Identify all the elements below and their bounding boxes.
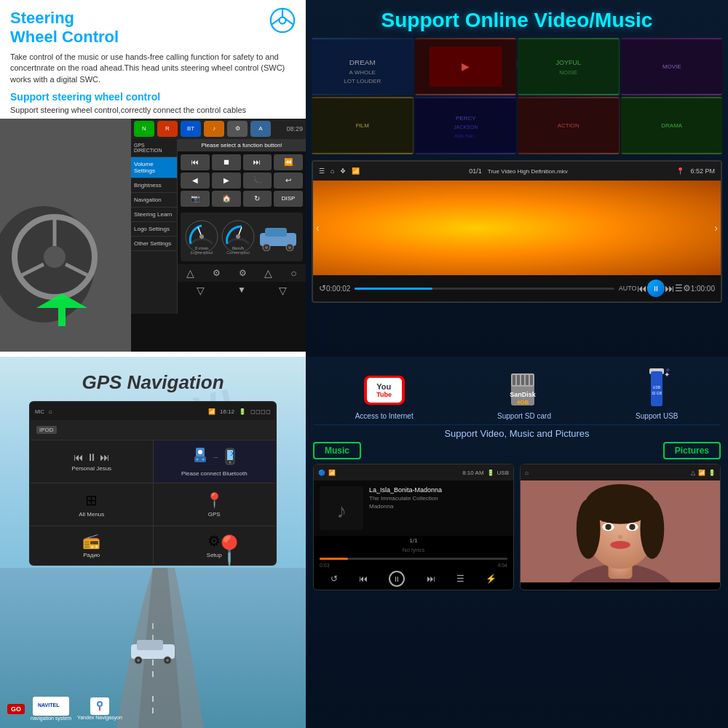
svg-point-1 <box>280 17 286 24</box>
steering-screen-ui: N R BT ♪ ⚙ A 08:29 GPS DIRECTION Volume … <box>131 119 306 352</box>
svg-point-70 <box>166 659 169 662</box>
menu-gps: GPS DIRECTION <box>131 139 177 157</box>
svg-point-75 <box>98 703 101 705</box>
pics-home-icon: ⌂ <box>525 470 529 476</box>
ctrl-refresh[interactable]: ↻ <box>243 191 272 207</box>
video-controls: ↺ 0:00:02 AUTO ⏮ ⏸ ⏭ ☰ ⚙ 1:00:00 <box>313 275 721 301</box>
music-signal: 📶 <box>328 470 336 476</box>
steering-wheel-section: Steering Wheel Control Take control of t… <box>0 0 306 357</box>
video-settings-icon[interactable]: ⚙ <box>683 283 691 293</box>
music-ctrl-list[interactable]: ☰ <box>456 574 464 584</box>
video-right-arrow[interactable]: › <box>714 222 718 234</box>
svg-rect-29 <box>312 39 414 94</box>
gps-cell-menus[interactable]: ⊞ All Menus <box>31 483 153 526</box>
menu-navigation[interactable]: Navigation <box>131 193 177 207</box>
youtube-logo: YouTube <box>364 376 405 405</box>
ctrl-stop[interactable]: ⏹ <box>212 154 241 170</box>
video-mode: AUTO <box>619 285 637 292</box>
video-next-icon[interactable]: ⏭ <box>665 282 675 294</box>
svg-point-103 <box>605 524 611 530</box>
music-ctrl-prev[interactable]: ⏮ <box>359 574 368 584</box>
music-ctrl-play[interactable]: ⏸ <box>389 571 405 587</box>
svg-text:FILM: FILM <box>356 122 369 129</box>
music-usb-icon: USB <box>497 470 509 476</box>
yandex-label: Yandex Navigasyon <box>77 715 122 720</box>
support-items-row: YouTube Access to Internet <box>313 364 721 424</box>
svg-rect-82 <box>526 375 529 385</box>
music-ctrl-next[interactable]: ⏭ <box>427 574 435 584</box>
music-battery: 🔋 <box>487 470 494 476</box>
menu-brightness[interactable]: Brightness <box>131 178 177 193</box>
ctrl-disp[interactable]: DISP <box>274 191 303 207</box>
music-progress-bar[interactable] <box>320 558 507 560</box>
music-total: 4:04 <box>497 563 507 568</box>
gps-cell-music[interactable]: ⏮ ⏸ ⏭ Personal Jesus <box>31 440 153 483</box>
ctrl-back[interactable]: ◀ <box>181 173 210 189</box>
video-home-icon: ⌂ <box>331 167 334 175</box>
online-video-title: Support Online Video/Music <box>306 0 728 38</box>
video-pause-button[interactable]: ⏸ <box>647 280 665 297</box>
yandex-logo: Yandex Navigasyon <box>77 697 122 720</box>
speedometer-2: 0km/h Current speed <box>220 218 256 255</box>
svg-point-59 <box>202 459 204 461</box>
gps-signal-icon: 📶 <box>208 408 215 415</box>
svg-text:✧: ✧ <box>665 368 670 373</box>
ctrl-next[interactable]: ⏭ <box>243 154 272 170</box>
music-next[interactable]: ⏭ <box>100 451 110 463</box>
music-play[interactable]: ⏸ <box>87 451 97 463</box>
youtube-tube: Tube <box>376 391 392 398</box>
svg-rect-36 <box>518 39 620 94</box>
video-list-icon[interactable]: ☰ <box>675 283 683 293</box>
gps-nav-icon: 📍 <box>205 491 223 509</box>
menu-other[interactable]: Other Settings <box>131 237 177 251</box>
svg-text:▶: ▶ <box>462 60 470 72</box>
ctrl-phone[interactable]: 📞 <box>243 173 272 189</box>
music-bt-icon: 🔵 <box>318 470 325 476</box>
pictures-screen: ⌂ △ 📶 🔋 <box>520 464 721 590</box>
svg-line-3 <box>272 19 280 24</box>
ctrl-prev[interactable]: ⏮ <box>181 154 210 170</box>
svg-text:DREAM: DREAM <box>349 58 376 66</box>
settings-app-icon: ⚙ <box>227 121 248 137</box>
ctrl-camera[interactable]: 📷 <box>181 191 210 207</box>
movie-thumb-7: ACTION <box>518 97 620 154</box>
music-ctrl-repeat[interactable]: ↺ <box>331 574 338 584</box>
svg-rect-79 <box>513 375 515 385</box>
ctrl-rew[interactable]: ⏪ <box>274 154 303 170</box>
music-elapsed: 0:03 <box>320 563 330 568</box>
car-interior-image <box>0 119 131 352</box>
video-prev-icon[interactable]: ⏮ <box>637 282 647 294</box>
music-track-name: La_Isla_Bonita-Madonna <box>369 486 507 494</box>
steering-support-desc: Support steering wheel control,correctly… <box>0 104 306 119</box>
pictures-image <box>521 480 720 582</box>
svg-point-62 <box>229 462 231 464</box>
video-refresh-icon[interactable]: ↺ <box>319 283 326 293</box>
youtube-label: Access to Internet <box>355 412 414 420</box>
pics-signal: 📶 <box>698 470 705 476</box>
music-ctrl-eq[interactable]: ⚡ <box>486 574 496 584</box>
svg-text:Current speed: Current speed <box>226 250 250 255</box>
music-prev[interactable]: ⏮ <box>74 451 84 463</box>
video-counter: 01/1 <box>469 167 482 175</box>
radio-icon: 📻 <box>82 532 100 550</box>
navi-app-icon: N <box>134 121 154 137</box>
gps-cell-bluetooth[interactable]: ··· Please connect Bluetooth <box>154 440 276 483</box>
menu-list: GPS DIRECTION Volume Settings Brightness… <box>131 139 178 314</box>
music-album-name: The Immaculate Collection <box>369 495 507 502</box>
gps-cell-radio[interactable]: 📻 Радио <box>31 526 153 564</box>
svg-point-8 <box>44 246 66 268</box>
video-left-arrow[interactable]: ‹ <box>316 222 320 234</box>
ctrl-home[interactable]: 🏠 <box>212 191 241 207</box>
menu-logo[interactable]: Logo Settings <box>131 222 177 237</box>
music-lyrics: No lyrics <box>314 545 513 555</box>
gps-icons-row: ◻◻◻◻ <box>250 408 271 415</box>
gps-cell-gps[interactable]: 📍 GPS <box>154 483 276 526</box>
menu-volume[interactable]: Volume Settings <box>131 157 177 178</box>
svg-text:JOYFUL: JOYFUL <box>556 59 581 66</box>
movie-thumb-4: MOVIE <box>621 38 723 95</box>
ctrl-fwd[interactable]: ▶ <box>212 173 241 189</box>
ctrl-hangup[interactable]: ↩ <box>274 173 303 189</box>
menu-steering[interactable]: Steering Learn <box>131 207 177 222</box>
screen-time: 08:29 <box>286 125 303 132</box>
sdcard-icon: SanDisk 4GB <box>505 372 543 408</box>
